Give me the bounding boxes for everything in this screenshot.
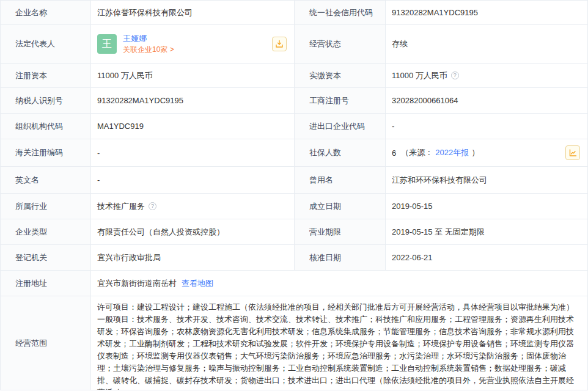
company-info-table: 企业名称 江苏倬誉环保科技有限公司 统一社会信用代码 91320282MA1YD… xyxy=(0,0,588,390)
social-security-source-prefix: （来源： xyxy=(401,147,433,158)
industry-cell: 技术推广服务 ? xyxy=(91,194,295,219)
company-name-value: 江苏倬誉环保科技有限公司 xyxy=(91,1,295,24)
row-org-code: 组织机构代码 MA1YDC919 进出口企业代码 - xyxy=(1,114,587,139)
paid-capital-value: 11000 万人民币 xyxy=(392,70,447,81)
address-value: 宜兴市新街街道南岳村 xyxy=(97,278,177,289)
related-companies-link[interactable]: 关联企业10家 > xyxy=(123,44,174,55)
status-label: 经营状态 xyxy=(295,25,386,63)
company-type-label: 企业类型 xyxy=(1,219,91,244)
row-legal-rep: 法定代表人 王 王娅娜 关联企业10家 > 经营状态 存续 xyxy=(1,25,587,64)
social-security-count: 6 xyxy=(392,148,396,158)
row-capital: 注册资本 11000 万人民币 实缴资本 11000 万人民币 ? xyxy=(1,64,587,88)
row-customs: 海关注册编码 - 社保人数 6 （来源： 2022年报 ） xyxy=(1,139,587,167)
org-code-label: 组织机构代码 xyxy=(1,114,91,139)
social-security-label: 社保人数 xyxy=(295,139,386,166)
credit-code-value: 91320282MA1YDC9195 xyxy=(386,1,587,24)
business-scope-cell: 许可项目：建设工程设计；建设工程施工（依法须经批准的项目，经相关部门批准后方可开… xyxy=(91,296,587,390)
row-taxpayer: 纳税人识别号 91320282MA1YDC9195 工商注册号 32028200… xyxy=(1,88,587,114)
industry-label: 所属行业 xyxy=(1,194,91,219)
row-type: 企业类型 有限责任公司（自然人投资或控股） 营业期限 2019-05-15 至 … xyxy=(1,219,587,245)
business-scope-text: 许可项目：建设工程设计；建设工程施工（依法须经批准的项目，经相关部门批准后方可开… xyxy=(97,301,575,390)
row-address: 注册地址 宜兴市新街街道南岳村 查看地图 xyxy=(1,271,587,296)
help-icon[interactable]: ? xyxy=(451,71,459,79)
social-security-source-suffix: ） xyxy=(471,147,479,158)
reg-capital-label: 注册资本 xyxy=(1,64,91,87)
business-scope-label: 经营范围 xyxy=(1,296,91,390)
legal-rep-cell: 王 王娅娜 关联企业10家 > xyxy=(91,25,295,63)
reg-number-value: 320282000661064 xyxy=(386,88,587,113)
company-name-label: 企业名称 xyxy=(1,1,91,24)
row-names: 英文名 - 曾用名 江苏和环环保科技有限公司 xyxy=(1,167,587,194)
row-industry: 所属行业 技术推广服务 ? 成立日期 2019-05-15 xyxy=(1,194,587,219)
business-term-value: 2019-05-15 至 无固定期限 xyxy=(386,219,587,244)
english-name-label: 英文名 xyxy=(1,167,91,193)
download-button[interactable] xyxy=(272,37,287,51)
taxpayer-id-value: 91320282MA1YDC9195 xyxy=(91,88,295,113)
former-name-value: 江苏和环环保科技有限公司 xyxy=(386,167,587,193)
import-export-code-label: 进出口企业代码 xyxy=(295,114,386,139)
paid-capital-label: 实缴资本 xyxy=(295,64,386,87)
established-value: 2019-05-15 xyxy=(386,194,587,219)
social-security-cell: 6 （来源： 2022年报 ） xyxy=(386,139,587,166)
credit-code-label: 统一社会信用代码 xyxy=(295,1,386,24)
reg-capital-value: 11000 万人民币 xyxy=(91,64,295,87)
established-label: 成立日期 xyxy=(295,194,386,219)
legal-rep-label: 法定代表人 xyxy=(1,25,91,63)
former-name-label: 曾用名 xyxy=(295,167,386,193)
registry-label: 登记机关 xyxy=(1,245,91,270)
legal-rep-links: 王娅娜 关联企业10家 > xyxy=(123,33,174,55)
taxpayer-id-label: 纳税人识别号 xyxy=(1,88,91,113)
help-icon[interactable]: ? xyxy=(149,202,156,210)
customs-code-value: - xyxy=(91,139,295,166)
approval-date-value: 2022-06-21 xyxy=(386,245,587,270)
row-registry: 登记机关 宜兴市行政审批局 核准日期 2022-06-21 xyxy=(1,245,587,271)
customs-code-label: 海关注册编码 xyxy=(1,139,91,166)
company-type-value: 有限责任公司（自然人投资或控股） xyxy=(91,219,295,244)
status-value: 存续 xyxy=(386,25,587,63)
reg-number-label: 工商注册号 xyxy=(295,88,386,113)
line-chart-icon xyxy=(568,148,577,157)
address-cell: 宜兴市新街街道南岳村 查看地图 xyxy=(91,271,587,296)
address-label: 注册地址 xyxy=(1,271,91,296)
view-map-link[interactable]: 查看地图 xyxy=(182,278,213,289)
trend-chart-button[interactable] xyxy=(565,145,580,160)
paid-capital-cell: 11000 万人民币 ? xyxy=(386,64,587,87)
org-code-value: MA1YDC919 xyxy=(91,114,295,139)
download-icon xyxy=(275,40,284,48)
registry-value: 宜兴市行政审批局 xyxy=(91,245,295,270)
industry-value: 技术推广服务 xyxy=(97,201,145,212)
row-company-name: 企业名称 江苏倬誉环保科技有限公司 统一社会信用代码 91320282MA1YD… xyxy=(1,1,587,25)
annual-report-link[interactable]: 2022年报 xyxy=(435,147,469,158)
import-export-code-value: - xyxy=(386,114,587,139)
approval-date-label: 核准日期 xyxy=(295,245,386,270)
legal-rep-avatar[interactable]: 王 xyxy=(97,34,117,54)
business-term-label: 营业期限 xyxy=(295,219,386,244)
english-name-value: - xyxy=(91,167,295,193)
legal-rep-name-link[interactable]: 王娅娜 xyxy=(123,33,174,44)
row-business-scope: 经营范围 许可项目：建设工程设计；建设工程施工（依法须经批准的项目，经相关部门批… xyxy=(1,296,587,390)
